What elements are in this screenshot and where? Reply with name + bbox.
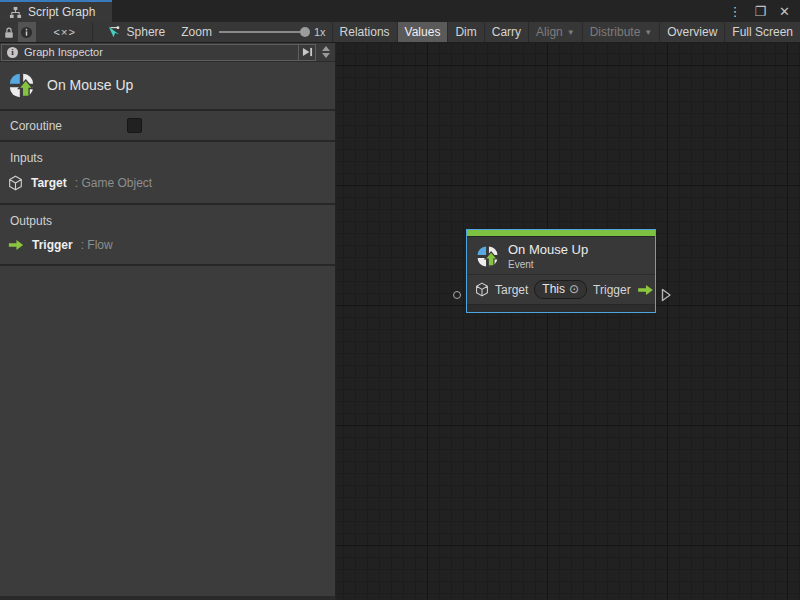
zoom-slider[interactable] bbox=[219, 31, 307, 33]
chevron-down-icon: ▼ bbox=[644, 28, 652, 37]
output-name: Trigger bbox=[32, 238, 73, 252]
object-socket-icon: ⊙ bbox=[569, 283, 579, 295]
edited-object-label: Sphere bbox=[127, 25, 166, 39]
input-name: Target bbox=[31, 176, 67, 190]
input-port[interactable] bbox=[453, 291, 461, 299]
target-value-button[interactable]: This ⊙ bbox=[534, 280, 587, 299]
coroutine-row: Coroutine bbox=[0, 111, 335, 142]
inputs-heading: Inputs bbox=[0, 151, 335, 165]
chevron-down-icon: ▼ bbox=[567, 28, 575, 37]
node-title: On Mouse Up bbox=[508, 242, 588, 257]
input-port-row: Target : Game Object bbox=[0, 175, 335, 191]
tab-label: Script Graph bbox=[28, 5, 95, 19]
coroutine-checkbox[interactable] bbox=[127, 118, 142, 133]
graph-canvas[interactable]: On Mouse Up Event Target This ⊙ Trigger bbox=[336, 43, 800, 600]
inspector-title: Graph Inspector bbox=[24, 46, 103, 58]
coroutine-label: Coroutine bbox=[10, 119, 127, 133]
on-mouse-up-node[interactable]: On Mouse Up Event Target This ⊙ Trigger bbox=[466, 229, 656, 313]
info-icon: i bbox=[7, 47, 18, 58]
window-controls: ⋮ ❐ ✕ bbox=[728, 0, 800, 22]
output-port[interactable] bbox=[661, 288, 672, 302]
panel-width-scrubber[interactable] bbox=[318, 46, 333, 58]
dock-icon bbox=[302, 47, 313, 57]
zoom-label: Zoom bbox=[181, 25, 212, 39]
flow-arrow-icon bbox=[8, 239, 24, 251]
lock-icon bbox=[3, 26, 15, 39]
script-graph-icon bbox=[9, 6, 22, 19]
event-accent-bar bbox=[467, 230, 655, 237]
target-value: This bbox=[542, 282, 565, 296]
input-type: : Game Object bbox=[75, 176, 152, 190]
node-subtitle: Event bbox=[508, 259, 588, 270]
game-object-cube-icon bbox=[8, 175, 23, 191]
node-input-label: Target bbox=[495, 283, 528, 297]
mouse-up-icon bbox=[476, 245, 499, 268]
code-icon: <×> bbox=[54, 26, 76, 38]
outputs-section: Outputs Trigger : Flow bbox=[0, 205, 335, 266]
node-header-text: On Mouse Up Event bbox=[508, 242, 588, 270]
edited-object[interactable]: Sphere bbox=[93, 22, 176, 42]
values-button[interactable]: Values bbox=[397, 22, 448, 42]
dock-panel-button[interactable] bbox=[299, 44, 316, 61]
zoom-value: 1x bbox=[314, 26, 326, 38]
toolbar-right-group: Relations Values Dim Carry Align ▼ Distr… bbox=[332, 22, 800, 42]
node-footer bbox=[467, 304, 655, 312]
distribute-dropdown[interactable]: Distribute ▼ bbox=[582, 22, 660, 42]
output-port-row: Trigger : Flow bbox=[0, 238, 335, 252]
game-object-cube-icon bbox=[475, 282, 489, 297]
inspector-header: i Graph Inspector bbox=[0, 43, 335, 62]
dim-button[interactable]: Dim bbox=[447, 22, 483, 42]
event-title: On Mouse Up bbox=[47, 77, 133, 93]
graph-pointer-icon bbox=[107, 25, 121, 39]
mouse-up-icon bbox=[8, 72, 35, 99]
scrub-up-icon[interactable] bbox=[322, 46, 330, 51]
full-screen-button[interactable]: Full Screen bbox=[724, 22, 800, 42]
node-output-label: Trigger bbox=[593, 283, 631, 297]
relations-button[interactable]: Relations bbox=[332, 22, 397, 42]
inputs-section: Inputs Target : Game Object bbox=[0, 142, 335, 205]
output-type: : Flow bbox=[81, 238, 113, 252]
inspector-toggle-button[interactable] bbox=[18, 22, 36, 42]
inspector-header-dropdown[interactable]: i Graph Inspector bbox=[1, 44, 299, 61]
event-header-section: On Mouse Up bbox=[0, 62, 335, 111]
carry-button[interactable]: Carry bbox=[484, 22, 528, 42]
info-icon bbox=[20, 26, 33, 39]
zoom-slider-knob[interactable] bbox=[300, 27, 310, 37]
graph-inspector-panel: i Graph Inspector On bbox=[0, 43, 336, 600]
outputs-heading: Outputs bbox=[0, 214, 335, 228]
align-dropdown[interactable]: Align ▼ bbox=[528, 22, 582, 42]
tab-script-graph[interactable]: Script Graph bbox=[0, 0, 112, 22]
close-icon[interactable]: ✕ bbox=[779, 5, 790, 18]
lock-button[interactable] bbox=[0, 22, 18, 42]
scrub-down-icon[interactable] bbox=[322, 53, 330, 58]
menu-icon[interactable]: ⋮ bbox=[728, 5, 741, 18]
code-preview-button[interactable]: <×> bbox=[54, 22, 76, 42]
tab-bar: Script Graph ⋮ ❐ ✕ bbox=[0, 0, 800, 22]
zoom-control: Zoom 1x bbox=[175, 22, 331, 42]
flow-arrow-icon bbox=[637, 284, 654, 296]
maximize-icon[interactable]: ❐ bbox=[754, 5, 766, 18]
node-header[interactable]: On Mouse Up Event bbox=[467, 237, 655, 274]
node-port-row: Target This ⊙ Trigger bbox=[467, 274, 655, 304]
overview-button[interactable]: Overview bbox=[659, 22, 724, 42]
graph-toolbar: <×> Sphere Zoom 1x Relations Values Dim bbox=[0, 22, 800, 43]
